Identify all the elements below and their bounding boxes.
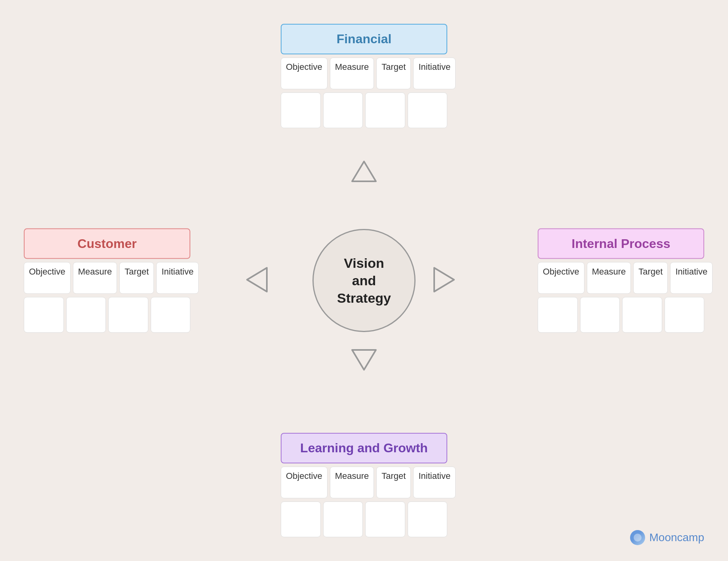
internal-grid-header-row: Objective Measure Target Initiative [538,262,704,294]
learning-header: Learning and Growth [281,433,447,463]
arrow-down-container [350,348,378,373]
customer-data-3[interactable] [108,297,148,333]
financial-col-initiative: Initiative [413,58,456,89]
internal-data-1[interactable] [538,297,578,333]
customer-quadrant: Customer Objective Measure Target Initia… [24,229,190,333]
arrow-up-container [350,159,378,185]
learning-grid-header-row: Objective Measure Target Initiative [281,467,447,498]
internal-data-2[interactable] [580,297,620,333]
internal-data-3[interactable] [622,297,662,333]
financial-col-objective: Objective [281,58,328,89]
customer-data-1[interactable] [24,297,64,333]
internal-grid-data-row [538,297,704,333]
internal-col-initiative: Initiative [670,262,713,294]
internal-quadrant: Internal Process Objective Measure Targe… [538,229,704,333]
customer-col-objective: Objective [24,262,71,294]
financial-header: Financial [281,24,447,54]
financial-data-4[interactable] [408,92,448,128]
learning-quadrant: Learning and Growth Objective Measure Ta… [281,433,447,537]
financial-grid-data-row [281,92,447,128]
financial-data-3[interactable] [365,92,405,128]
internal-col-measure: Measure [587,262,631,294]
customer-grid-header-row: Objective Measure Target Initiative [24,262,190,294]
learning-data-4[interactable] [408,501,448,537]
arrow-left-container [245,266,269,295]
learning-col-initiative: Initiative [413,467,456,498]
arrow-right-icon [432,266,456,294]
mooncamp-logo-icon [630,530,645,545]
vision-strategy-text: Vision and Strategy [337,254,391,307]
internal-col-target: Target [633,262,668,294]
financial-data-1[interactable] [281,92,321,128]
learning-col-target: Target [376,467,411,498]
arrow-left-icon [245,266,269,294]
bsc-canvas: Financial Objective Measure Target Initi… [0,0,728,561]
learning-data-3[interactable] [365,501,405,537]
financial-col-measure: Measure [330,58,374,89]
arrow-right-container [432,266,456,295]
financial-data-2[interactable] [323,92,363,128]
financial-quadrant: Financial Objective Measure Target Initi… [281,24,447,128]
svg-marker-0 [352,161,376,181]
svg-marker-2 [247,268,267,292]
learning-grid-data-row [281,501,447,537]
internal-header: Internal Process [538,229,704,259]
svg-marker-3 [434,268,454,292]
learning-data-2[interactable] [323,501,363,537]
customer-header: Customer [24,229,190,259]
mooncamp-moon-icon [633,533,642,542]
financial-col-target: Target [376,58,411,89]
customer-col-target: Target [119,262,154,294]
financial-grid-header-row: Objective Measure Target Initiative [281,58,447,89]
svg-marker-1 [352,350,376,370]
learning-col-objective: Objective [281,467,328,498]
customer-data-4[interactable] [151,297,191,333]
customer-col-initiative: Initiative [156,262,199,294]
customer-col-measure: Measure [73,262,117,294]
svg-point-4 [634,534,642,542]
mooncamp-logo-text: Mooncamp [649,531,704,544]
arrow-up-icon [350,159,378,183]
internal-col-objective: Objective [538,262,584,294]
mooncamp-logo: Mooncamp [630,530,704,545]
internal-data-4[interactable] [665,297,705,333]
customer-grid-data-row [24,297,190,333]
arrow-down-icon [350,348,378,372]
learning-data-1[interactable] [281,501,321,537]
center-circle: Vision and Strategy [312,229,416,332]
learning-col-measure: Measure [330,467,374,498]
customer-data-2[interactable] [66,297,106,333]
